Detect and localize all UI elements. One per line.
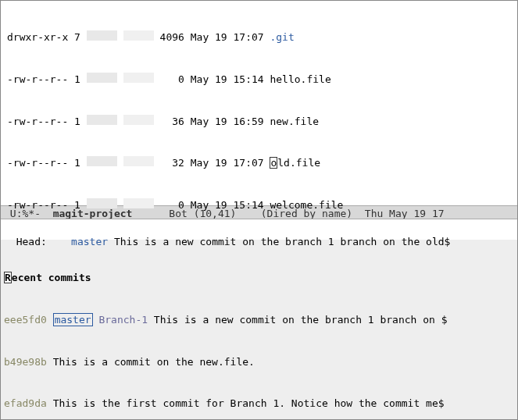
modeline-mode: (Dired by name) Thu May 19 17 [261,208,445,219]
dired-entry[interactable]: drwxr-xr-x74096May 19 17:07.git [7,30,517,44]
perms: -rw-r--r-- [7,73,68,87]
owner-redacted [87,30,117,41]
size: 32 [154,156,184,170]
owner-redacted [87,73,117,83]
perms: -rw-r--r-- [7,156,68,170]
group-redacted [123,73,154,83]
link-count: 1 [74,156,80,170]
magit-head-section: Head: master This is a new commit on the… [1,219,517,240]
perms: drwxr-xr-x [7,30,68,44]
head-label: Head: [16,236,71,247]
commit-hash: eee5fd0 [4,314,47,326]
link-count: 1 [74,73,80,87]
commit-branch-master[interactable]: master [53,313,93,326]
group-redacted [123,30,154,41]
size: 36 [154,115,184,129]
head-branch[interactable]: master [71,236,108,247]
filename[interactable]: old.file [270,156,320,170]
buffer-name: magit-project [53,208,133,219]
recent-commits-title[interactable]: Recent commits [4,271,517,285]
owner-redacted [87,156,117,166]
date: May 19 17:07 [191,30,264,44]
filename[interactable]: hello.file [270,73,330,87]
date: May 19 16:59 [191,115,264,129]
owner-redacted [87,115,117,125]
commit-branch-other[interactable]: Branch-1 [98,314,148,326]
commit-entry[interactable]: efad9da This is the first commit for Bra… [4,397,517,411]
commit-message: This is a new commit on the branch 1 bra… [148,314,448,326]
commit-entry[interactable]: b49e98b This is a commit on the new.file… [4,355,517,369]
dired-entry[interactable]: -rw-r--r--132May 19 17:07old.file [7,156,517,170]
commit-hash: efad9da [4,397,47,409]
size: 0 [154,73,184,87]
modeline-dired[interactable]: U:%*- magit-project Bot (10,41) (Dired b… [1,205,517,219]
date: May 19 15:14 [191,73,264,87]
dired-entry[interactable]: -rw-r--r--136May 19 16:59new.file [7,115,517,129]
group-redacted [123,156,154,166]
link-count: 1 [74,115,80,129]
commit-message: This is the first commit for Branch 1. N… [53,397,445,409]
dired-entry[interactable]: -rw-r--r--10May 19 15:14hello.file [7,73,517,87]
date: May 19 17:07 [191,156,264,170]
recent-commits-section: Recent commits eee5fd0 master Branch-1 T… [1,240,517,420]
commit-message: This is a commit on the new.file. [53,356,255,368]
commit-hash: b49e98b [4,356,47,368]
point-cursor: o [270,157,277,169]
modeline-status: U:%*- [4,208,53,219]
size: 4096 [154,30,184,44]
link-count: 7 [74,30,80,44]
group-redacted [123,115,154,125]
filename[interactable]: new.file [270,115,319,129]
perms: -rw-r--r-- [7,115,68,129]
point-cursor: R [4,272,12,283]
commit-entry[interactable]: eee5fd0 master Branch-1 This is a new co… [4,313,517,327]
dired-pane: drwxr-xr-x74096May 19 17:07.git -rw-r--r… [1,1,517,205]
filename[interactable]: .git [270,30,294,44]
head-message: This is a new commit on the branch 1 bra… [108,236,450,247]
modeline-position: Bot (10,41) [132,208,260,219]
